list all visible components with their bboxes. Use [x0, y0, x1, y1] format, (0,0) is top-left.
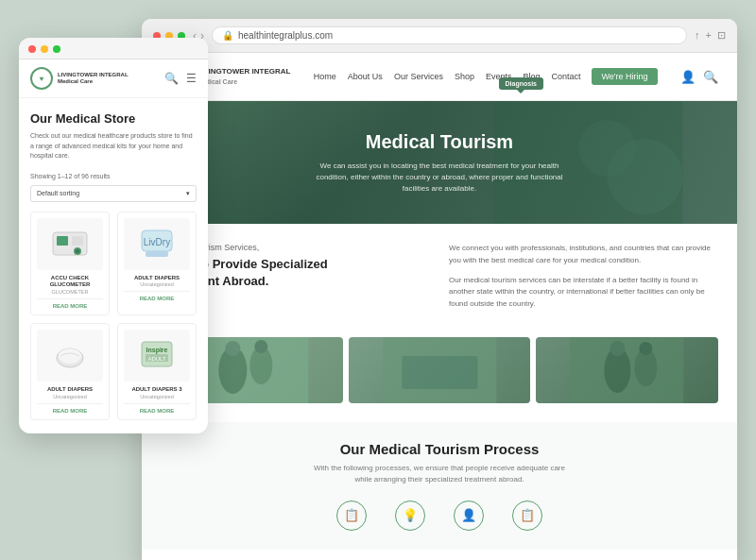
product-name: Adult diapers: [124, 275, 190, 282]
process-step-2: 💡: [395, 501, 425, 531]
mobile-logo-text: LIVINGTOWER INTEGRAL Medical Care: [58, 72, 129, 85]
nav-cta[interactable]: We're Hiring: [592, 68, 657, 85]
service-image-2: [349, 337, 531, 403]
sort-dropdown[interactable]: Default sorting ▾: [30, 185, 197, 202]
svg-point-29: [640, 342, 653, 355]
product-category: Uncategorized: [124, 394, 190, 399]
process-description: With the following processes, we ensure …: [307, 463, 572, 485]
mobile-titlebar: [19, 38, 208, 59]
maximize-dot[interactable]: [53, 45, 60, 53]
product-category: Uncategorized: [124, 281, 190, 287]
diagnosis-tooltip: Diagnosis: [499, 77, 543, 90]
svg-rect-2: [72, 236, 83, 246]
product-category: Uncategorized: [37, 394, 103, 399]
mobile-nav-icons[interactable]: 🔍 ☰: [164, 72, 197, 85]
product-card: LivDry Adult diapers Uncategorized READ …: [117, 212, 197, 316]
products-grid: ACCU CHECKGLUCOMETER GLUCOMETER READ MOR…: [30, 212, 197, 420]
product-image: Inspire ADULT: [124, 330, 190, 382]
product-card: ADULT DIAPERS Uncategorized READ MORE: [30, 323, 110, 420]
menu-icon[interactable]: ☰: [186, 72, 197, 85]
mobile-nav: ♥ LIVINGTOWER INTEGRAL Medical Care 🔍 ☰: [19, 59, 208, 98]
hero-banner: Medical Tourism We can assist you in loc…: [142, 101, 737, 224]
close-dot[interactable]: [28, 45, 36, 53]
nav-services[interactable]: Our Services: [394, 72, 443, 81]
nav-contact[interactable]: Contact: [551, 72, 580, 81]
svg-point-20: [225, 341, 240, 356]
svg-point-9: [59, 348, 81, 364]
svg-point-16: [608, 139, 683, 214]
nav-home[interactable]: Home: [314, 72, 336, 81]
mobile-logo: ♥ LIVINGTOWER INTEGRAL Medical Care: [30, 67, 129, 90]
more-icon[interactable]: ⊡: [717, 29, 726, 42]
read-more-button[interactable]: READ MORE: [124, 403, 190, 414]
svg-point-21: [254, 340, 267, 353]
add-tab-icon[interactable]: +: [706, 29, 712, 42]
results-count: Showing 1–12 of 96 results: [30, 173, 197, 179]
services-images: [161, 337, 718, 403]
product-name: ACCU CHECKGLUCOMETER: [37, 275, 103, 290]
minimize-dot[interactable]: [41, 45, 48, 53]
share-icon[interactable]: ↑: [695, 29, 700, 42]
svg-text:Inspire: Inspire: [146, 347, 168, 354]
nav-shop[interactable]: Shop: [455, 72, 474, 81]
services-body-2: Our medical tourism services can be inte…: [449, 275, 718, 311]
process-section: Our Medical Tourism Process With the fol…: [142, 422, 737, 550]
svg-text:LivDry: LivDry: [144, 237, 170, 247]
site-header: ♥ LIVINGTOWER INTEGRAL Medical Care Home…: [142, 53, 737, 101]
read-more-button[interactable]: READ MORE: [124, 291, 190, 301]
svg-point-28: [610, 341, 626, 356]
process-icons-row: 📋 💡 👤 📋: [161, 501, 718, 531]
product-image: [37, 330, 103, 382]
mobile-content: Our Medical Store Check out our medical …: [19, 98, 208, 433]
hero-title: Medical Tourism: [307, 131, 572, 153]
browser-actions[interactable]: ↑ + ⊡: [695, 29, 726, 42]
user-icon[interactable]: 👤: [680, 70, 696, 84]
lock-icon: 🔒: [222, 30, 233, 41]
product-image: LivDry: [124, 218, 190, 270]
svg-rect-1: [57, 236, 68, 246]
site-navigation: Home About Us Our Services Shop Events B…: [314, 68, 658, 85]
process-icon-3: 👤: [454, 501, 484, 531]
process-title: Our Medical Tourism Process: [161, 441, 718, 457]
chevron-down-icon: ▾: [186, 190, 190, 197]
product-name: ADULT DIAPERS: [37, 386, 103, 394]
process-step-4: 📋: [512, 501, 542, 531]
store-title: Our Medical Store: [30, 111, 197, 126]
svg-rect-23: [402, 356, 477, 389]
product-card: ACCU CHECKGLUCOMETER GLUCOMETER READ MOR…: [30, 212, 110, 316]
mobile-logo-icon: ♥: [30, 67, 53, 90]
browser-titlebar: ‹ › 🔒 healthintegralplus.com ↑ + ⊡: [142, 19, 737, 53]
url-text: healthintegralplus.com: [238, 30, 333, 41]
browser-window: ‹ › 🔒 healthintegralplus.com ↑ + ⊡ ♥ LIV…: [142, 19, 737, 560]
services-section: Medical Tourism Services, We Help Provid…: [161, 243, 718, 318]
process-icon-1: 📋: [336, 501, 367, 531]
mobile-window: ♥ LIVINGTOWER INTEGRAL Medical Care 🔍 ☰ …: [19, 38, 208, 433]
services-right-column: We connect you with professionals, insti…: [449, 243, 718, 318]
site-main-content: Medical Tourism Services, We Help Provid…: [142, 224, 737, 560]
product-name: ADULT DIAPERS 3: [124, 386, 190, 394]
search-icon[interactable]: 🔍: [164, 72, 179, 85]
store-description: Check out our medical healthcare product…: [30, 131, 197, 161]
svg-point-4: [76, 249, 80, 254]
product-category: GLUCOMETER: [37, 289, 103, 295]
header-icons[interactable]: 👤 🔍: [680, 70, 718, 84]
read-more-button[interactable]: READ MORE: [37, 403, 103, 414]
process-icon-2: 💡: [395, 501, 425, 531]
search-icon[interactable]: 🔍: [703, 70, 718, 84]
process-step-1: 📋: [336, 501, 367, 531]
process-icon-4: 📋: [512, 501, 542, 531]
services-body-1: We connect you with professionals, insti…: [449, 243, 718, 267]
read-more-button[interactable]: READ MORE: [37, 298, 103, 309]
service-image-3: [536, 337, 718, 403]
product-image: [37, 218, 103, 270]
hero-description: We can assist you in locating the best m…: [307, 161, 572, 195]
nav-about[interactable]: About Us: [348, 72, 383, 81]
logo-text: LIVINGTOWER INTEGRAL Medical Care: [197, 67, 290, 85]
svg-text:ADULT: ADULT: [147, 356, 166, 362]
hero-content: Medical Tourism We can assist you in loc…: [307, 131, 572, 195]
process-step-3: 👤: [454, 501, 484, 531]
svg-rect-7: [146, 251, 168, 257]
url-bar[interactable]: 🔒 healthintegralplus.com: [212, 26, 687, 44]
product-card: Inspire ADULT ADULT DIAPERS 3 Uncategori…: [117, 323, 197, 420]
